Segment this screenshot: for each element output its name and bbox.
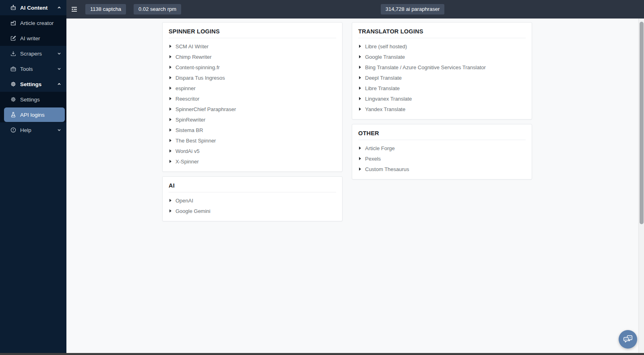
collapsed-triangle-icon xyxy=(169,87,171,90)
api-login-item[interactable]: Sistema BR xyxy=(169,125,336,135)
sidebar-submenu-ai-content: Article creator AI writer xyxy=(0,15,66,46)
divider xyxy=(358,38,526,38)
exclamation-circle-icon xyxy=(10,127,17,133)
api-login-item[interactable]: OpenAI xyxy=(169,195,336,206)
chevron-down-icon xyxy=(57,128,62,132)
api-login-item[interactable]: Content-spinning.fr xyxy=(169,62,336,72)
card-ai: AI OpenAI Google Gemini xyxy=(162,176,343,221)
app-window: AI Content Article creator AI writer xyxy=(0,0,644,355)
sidebar-item-settings[interactable]: Settings xyxy=(0,92,66,107)
collapsed-triangle-icon xyxy=(169,149,171,153)
api-login-list: OpenAI Google Gemini xyxy=(169,195,336,216)
robot-icon xyxy=(10,4,17,11)
collapsed-triangle-icon xyxy=(359,157,361,160)
api-login-item[interactable]: Bing Translate / Azure Cognitive Service… xyxy=(358,62,526,72)
api-login-list: Libre (self hosted) Google Translate Bin… xyxy=(358,41,526,114)
collapsed-triangle-icon xyxy=(359,55,361,58)
api-login-item[interactable]: Google Gemini xyxy=(169,206,336,216)
api-login-item[interactable]: Chimp Rewriter xyxy=(169,52,336,62)
card-title: AI xyxy=(169,182,336,189)
card-other: OTHER Article Forge Pexels xyxy=(352,124,532,180)
factory-icon xyxy=(10,20,17,26)
collapsed-triangle-icon xyxy=(169,97,171,100)
api-login-item[interactable]: The Best Spinner xyxy=(169,135,336,146)
api-login-item[interactable]: Pexels xyxy=(358,153,526,164)
bottom-edge-strip xyxy=(0,353,644,355)
api-login-list: Article Forge Pexels Custom Thesaurus xyxy=(358,143,526,174)
api-login-label: Google Gemini xyxy=(175,208,211,214)
chevron-down-icon xyxy=(57,51,62,56)
sidebar-item-label: Scrapers xyxy=(20,51,42,57)
api-login-item[interactable]: Article Forge xyxy=(358,143,526,153)
right-column: TRANSLATOR LOGINS Libre (self hosted) xyxy=(352,22,532,180)
divider xyxy=(169,38,336,38)
vertical-scrollbar[interactable] xyxy=(638,19,644,353)
api-login-item[interactable]: X-Spinner xyxy=(169,156,336,167)
collapsed-triangle-icon xyxy=(359,147,361,150)
collapsed-triangle-icon xyxy=(359,167,361,171)
api-login-label: Reescritor xyxy=(175,96,199,102)
collapsed-triangle-icon xyxy=(169,66,171,69)
api-login-label: Google Translate xyxy=(365,54,405,60)
ai-paraphraser-count-badge: 314,728 ai paraphraser xyxy=(381,4,444,14)
sidebar-item-help[interactable]: Help xyxy=(0,122,66,138)
collapsed-triangle-icon xyxy=(169,55,171,58)
api-login-label: Deepl Translate xyxy=(365,75,402,81)
sidebar-item-label: Tools xyxy=(20,66,33,72)
api-login-item[interactable]: Dispara Tus Ingresos xyxy=(169,72,336,83)
api-login-item[interactable]: Libre Translate xyxy=(358,83,526,93)
api-login-item[interactable]: SpinnerChief Paraphraser xyxy=(169,104,336,114)
collapsed-triangle-icon xyxy=(359,97,361,100)
collapsed-triangle-icon xyxy=(169,199,171,202)
card-title: OTHER xyxy=(358,130,526,136)
briefcase-icon xyxy=(10,66,17,72)
collapsed-triangle-icon xyxy=(169,139,171,142)
collapsed-triangle-icon xyxy=(169,45,171,48)
api-login-item[interactable]: Deepl Translate xyxy=(358,72,526,83)
sidebar-item-settings-group[interactable]: Settings xyxy=(0,76,66,92)
collapsed-triangle-icon xyxy=(359,87,361,90)
sidebar-filler xyxy=(0,138,66,355)
api-login-label: OpenAI xyxy=(175,198,193,204)
api-login-item[interactable]: Google Translate xyxy=(358,52,526,62)
sidebar-item-label: AI writer xyxy=(20,35,40,41)
sidebar-item-ai-content[interactable]: AI Content xyxy=(0,0,66,15)
sidebar-item-label: Article creator xyxy=(20,20,54,26)
sidebar-toggle-button[interactable] xyxy=(68,3,80,15)
sidebar-item-label: API logins xyxy=(20,112,45,118)
chat-bubbles-icon: ? xyxy=(622,334,634,345)
api-login-item[interactable]: Libre (self hosted) xyxy=(358,41,526,52)
api-login-item[interactable]: Yandex Translate xyxy=(358,104,526,114)
collapsed-triangle-icon xyxy=(169,160,171,163)
collapsed-triangle-icon xyxy=(169,128,171,132)
sidebar-group-ai-content: AI Content xyxy=(0,0,66,15)
api-login-item[interactable]: SCM AI Writer xyxy=(169,41,336,52)
left-column: SPINNER LOGINS SCM AI Writer C xyxy=(162,22,343,221)
card-spinner-logins: SPINNER LOGINS SCM AI Writer C xyxy=(162,22,343,172)
collapsed-triangle-icon xyxy=(359,66,361,69)
sidebar-item-api-logins[interactable]: API logins xyxy=(4,107,65,122)
chat-support-button[interactable]: ? xyxy=(619,330,637,349)
api-login-label: SpinRewriter xyxy=(175,117,205,123)
api-login-label: espinner xyxy=(175,85,196,91)
sidebar-group-middle: Scrapers Tools Settings xyxy=(0,46,66,92)
api-login-item[interactable]: Custom Thesaurus xyxy=(358,164,526,174)
collapsed-triangle-icon xyxy=(169,118,171,121)
api-login-item[interactable]: espinner xyxy=(169,83,336,93)
sidebar-item-tools[interactable]: Tools xyxy=(0,61,66,76)
api-login-item[interactable]: WordAi v5 xyxy=(169,146,336,156)
api-login-label: Chimp Rewriter xyxy=(175,54,212,60)
api-login-item[interactable]: SpinRewriter xyxy=(169,114,336,125)
card-title: TRANSLATOR LOGINS xyxy=(358,28,526,35)
divider xyxy=(358,140,526,140)
download-icon xyxy=(10,50,17,57)
sidebar-item-article-creator[interactable]: Article creator xyxy=(0,15,66,31)
api-login-label: Dispara Tus Ingresos xyxy=(175,75,225,81)
sidebar-item-ai-writer[interactable]: AI writer xyxy=(0,31,66,46)
api-login-item[interactable]: Lingvanex Translate xyxy=(358,93,526,104)
pencil-square-icon xyxy=(10,35,17,41)
sidebar-item-scrapers[interactable]: Scrapers xyxy=(0,46,66,61)
api-login-item[interactable]: Reescritor xyxy=(169,93,336,104)
scrollbar-thumb[interactable] xyxy=(640,22,644,224)
api-login-label: Content-spinning.fr xyxy=(175,64,220,70)
